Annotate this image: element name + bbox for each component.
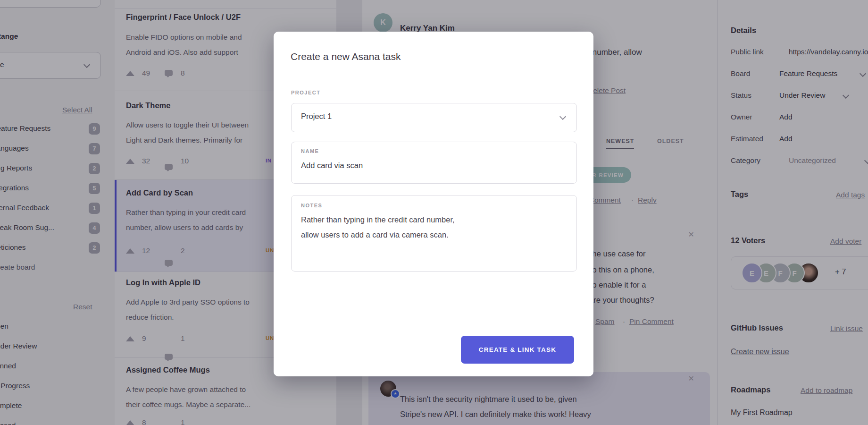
- task-notes-field[interactable]: NOTES Rather than typing in the credit c…: [291, 195, 577, 272]
- task-name-value: Add card via scan: [301, 161, 363, 170]
- create-link-task-button[interactable]: CREATE & LINK TASK: [461, 336, 574, 364]
- task-name-field[interactable]: NAME Add card via scan: [291, 142, 577, 184]
- project-label: PROJECT: [291, 90, 320, 95]
- notes-label: NOTES: [301, 203, 322, 208]
- chevron-down-icon: [559, 113, 566, 120]
- project-select[interactable]: Project 1: [291, 103, 577, 132]
- create-asana-task-modal: Create a new Asana task PROJECT Project …: [274, 32, 593, 376]
- notes-line: allow users to add a card via camera sca…: [301, 230, 449, 239]
- app-root: Date Range me Select All Feature Request…: [0, 0, 868, 425]
- name-label: NAME: [301, 148, 319, 154]
- notes-line: Rather than typing in the credit card nu…: [301, 215, 455, 224]
- modal-title: Create a new Asana task: [291, 51, 401, 62]
